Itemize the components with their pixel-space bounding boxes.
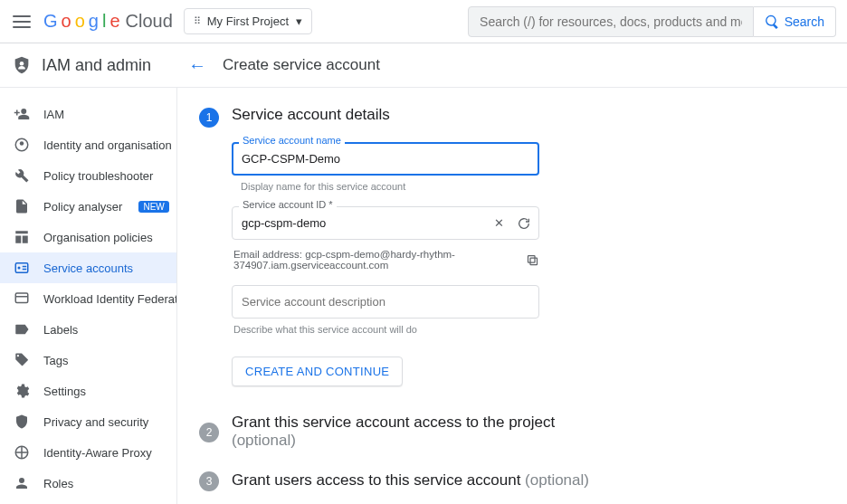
- sidebar-item-iam[interactable]: IAM: [0, 99, 176, 129]
- name-helper-text: Display name for this service account: [241, 181, 539, 192]
- create-and-continue-button[interactable]: CREATE AND CONTINUE: [232, 357, 403, 386]
- sidebar-item-privacy[interactable]: Privacy and security: [0, 406, 176, 437]
- service-account-id-field: Service account ID * ✕: [232, 206, 539, 240]
- step-3-header[interactable]: 3 Grant users access to this service acc…: [199, 470, 847, 491]
- step-1-form: Service account name Display name for th…: [232, 142, 539, 386]
- new-badge: NEW: [138, 201, 168, 213]
- clear-icon[interactable]: ✕: [490, 215, 507, 232]
- sidebar-item-policy-analyser[interactable]: Policy analyser NEW: [0, 191, 176, 222]
- svg-point-0: [20, 62, 24, 66]
- step-3-title: Grant users access to this service accou…: [232, 471, 589, 490]
- sidebar-item-settings[interactable]: Settings: [0, 376, 176, 406]
- roles-icon: [13, 474, 31, 492]
- step-1-circle: 1: [199, 108, 219, 128]
- google-cloud-logo[interactable]: Google Cloud: [43, 11, 173, 32]
- label-icon: [13, 320, 31, 338]
- sidebar-item-label: Organisation policies: [43, 231, 153, 244]
- privacy-icon: [13, 413, 31, 431]
- wrench-icon: [13, 166, 31, 185]
- desc-helper-text: Describe what this service account will …: [233, 324, 539, 335]
- policy-icon: [13, 197, 31, 215]
- name-field-label: Service account name: [239, 135, 345, 146]
- workload-icon: [13, 290, 31, 308]
- sidebar-item-troubleshooter[interactable]: Policy troubleshooter: [0, 160, 176, 191]
- sidebar-item-labels[interactable]: Labels: [0, 314, 176, 345]
- service-account-icon: [13, 259, 31, 277]
- id-field-label: Service account ID *: [239, 199, 337, 210]
- svg-rect-5: [15, 293, 28, 303]
- iap-icon: [13, 443, 31, 461]
- refresh-icon[interactable]: [516, 215, 532, 232]
- sidebar-item-tags[interactable]: Tags: [0, 345, 176, 376]
- shield-icon: [11, 54, 33, 76]
- person-add-icon: [13, 105, 31, 123]
- sidebar: IAM Identity and organisation Policy tro…: [0, 88, 177, 504]
- service-account-description-input[interactable]: [232, 285, 539, 319]
- body-row: IAM Identity and organisation Policy tro…: [0, 88, 847, 504]
- project-dots-icon: ⠿: [194, 15, 200, 27]
- search-container: Search: [468, 6, 836, 37]
- sidebar-item-label: Privacy and security: [43, 415, 148, 429]
- identity-icon: [13, 136, 31, 154]
- search-icon: [765, 14, 779, 29]
- step-2-header[interactable]: 2 Grant this service account access to t…: [199, 414, 847, 450]
- copy-icon[interactable]: [526, 252, 539, 268]
- svg-rect-3: [15, 263, 28, 273]
- sidebar-item-roles[interactable]: Roles: [0, 468, 176, 499]
- project-picker-label: My First Project: [207, 14, 289, 28]
- sidebar-item-label: Identity and organisation: [43, 138, 172, 152]
- sidebar-item-label: Policy troubleshooter: [43, 169, 153, 183]
- section-header: IAM and admin ← Create service account: [0, 43, 847, 87]
- search-button[interactable]: Search: [754, 6, 836, 37]
- step-2-title: Grant this service account access to the…: [232, 414, 555, 450]
- sidebar-item-label: IAM: [43, 108, 64, 121]
- service-account-name-input[interactable]: [242, 152, 506, 166]
- sidebar-item-iap[interactable]: Identity-Aware Proxy: [0, 437, 176, 468]
- step-1-title: Service account details: [232, 106, 390, 124]
- sidebar-item-label: Identity-Aware Proxy: [43, 446, 152, 460]
- tag-icon: [13, 351, 31, 369]
- svg-rect-15: [528, 255, 536, 262]
- top-bar: Google Cloud ⠿ My First Project ▾ Search: [0, 0, 847, 43]
- sidebar-item-workload-identity[interactable]: Workload Identity Federat...: [0, 283, 176, 314]
- service-account-id-input[interactable]: [242, 216, 506, 230]
- svg-point-2: [20, 141, 24, 146]
- sidebar-item-label: Labels: [43, 323, 78, 337]
- hamburger-menu-icon[interactable]: [11, 11, 33, 33]
- svg-point-4: [18, 267, 21, 270]
- org-icon: [13, 228, 31, 246]
- search-input[interactable]: [468, 6, 754, 37]
- step-3-circle: 3: [199, 471, 219, 491]
- step-2-circle: 2: [199, 423, 219, 442]
- back-arrow-icon[interactable]: ←: [188, 55, 206, 76]
- main-content: 1 Service account details Service accoun…: [177, 88, 847, 504]
- sidebar-item-label: Roles: [43, 477, 73, 490]
- sidebar-item-service-accounts[interactable]: Service accounts: [0, 252, 176, 283]
- page-title: Create service account: [223, 56, 380, 74]
- sidebar-item-label: Policy analyser: [43, 200, 122, 214]
- gear-icon: [13, 382, 31, 400]
- sidebar-item-label: Tags: [43, 354, 68, 367]
- step-1-header: 1 Service account details: [199, 106, 847, 128]
- sidebar-item-audit-logs[interactable]: Audit logs: [0, 499, 176, 504]
- project-picker[interactable]: ⠿ My First Project ▾: [184, 8, 312, 34]
- product-title: IAM and admin: [42, 56, 151, 75]
- svg-rect-14: [530, 258, 538, 265]
- sidebar-item-label: Workload Identity Federat...: [43, 292, 176, 306]
- sidebar-item-label: Service accounts: [43, 262, 133, 275]
- sidebar-item-org-policies[interactable]: Organisation policies: [0, 222, 176, 252]
- email-row: Email address: gcp-cspm-demo@hardy-rhyth…: [233, 249, 539, 271]
- sidebar-item-label: Settings: [43, 385, 86, 398]
- chevron-down-icon: ▾: [296, 14, 302, 28]
- service-account-name-field: Service account name Display name for th…: [232, 142, 539, 192]
- sidebar-item-identity[interactable]: Identity and organisation: [0, 129, 176, 160]
